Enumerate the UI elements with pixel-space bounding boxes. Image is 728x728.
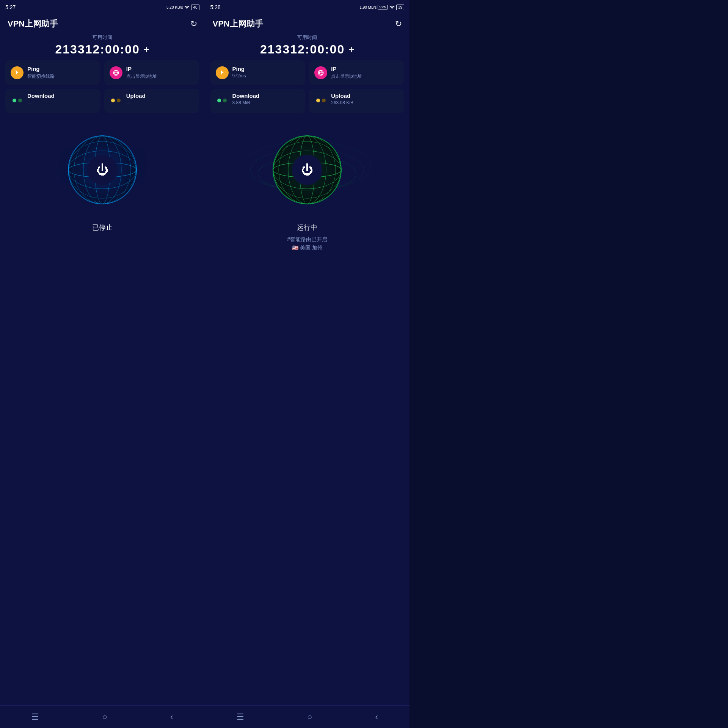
right-refresh-button[interactable]: ↻ [395, 19, 402, 29]
left-stats-grid: Ping 智能切换线路 IP 点击显示ip地址 [0, 60, 205, 117]
right-ping-value: 972ms [232, 73, 300, 78]
right-status-icons: 1.90 MB/s VPN 39 [359, 5, 404, 10]
left-speed: 5.20 KB/s [166, 5, 183, 9]
left-ping-value: 智能切换线路 [27, 73, 95, 80]
left-upload-icon [110, 95, 122, 108]
right-connection-status: 运行中 [297, 223, 317, 232]
left-ip-icon [110, 66, 122, 79]
right-route-info: #智能路由已开启 🇺🇸 美国 加州 [287, 235, 327, 252]
left-menu-button[interactable]: ☰ [31, 712, 39, 722]
left-globe: ⏻ [53, 121, 152, 219]
right-timer-label: 可用时间 [213, 34, 402, 41]
right-timer-section: 可用时间 213312:00:00 + [205, 33, 410, 60]
right-timer-value: 213312:00:00 [260, 42, 345, 56]
left-bottom-nav: ☰ ○ ‹ [0, 705, 205, 728]
left-app-header: VPN上网助手 ↻ [0, 14, 205, 33]
left-phone: 5:27 5.20 KB/s 40 VPN上网助手 ↻ 可用时间 213312:… [0, 0, 205, 728]
right-ip-label: IP [331, 66, 399, 72]
left-timer-section: 可用时间 213312:00:00 + [0, 33, 205, 60]
left-back-button[interactable]: ‹ [170, 712, 173, 722]
right-download-label: Download [232, 93, 300, 99]
right-app-header: VPN上网助手 ↻ [205, 14, 410, 33]
left-status-icons: 5.20 KB/s 40 [166, 5, 199, 10]
right-menu-button[interactable]: ☰ [237, 712, 244, 722]
left-refresh-button[interactable]: ↻ [190, 19, 197, 29]
left-power-icon: ⏻ [96, 163, 108, 177]
left-power-area: ⏻ 已停止 [0, 117, 205, 705]
left-ip-label: IP [126, 66, 194, 72]
right-download-card[interactable]: Download 3.88 MiB [210, 89, 306, 113]
left-ip-card[interactable]: IP 点击显示ip地址 [104, 60, 199, 85]
right-route-line1: #智能路由已开启 [287, 235, 327, 243]
left-time: 5:27 [5, 4, 16, 10]
left-add-time-button[interactable]: + [144, 44, 149, 55]
right-power-area: ⏻ 运行中 #智能路由已开启 🇺🇸 美国 加州 [205, 117, 410, 705]
right-download-icon [216, 95, 229, 108]
right-phone: 5:28 1.90 MB/s VPN 39 VPN上网助手 ↻ 可用时间 213… [205, 0, 410, 728]
right-power-icon: ⏻ [301, 163, 313, 177]
left-download-label: Download [27, 93, 95, 99]
right-back-button[interactable]: ‹ [375, 712, 378, 722]
right-upload-icon [314, 95, 327, 108]
right-bottom-nav: ☰ ○ ‹ [205, 705, 410, 728]
left-upload-label: Upload [126, 93, 194, 99]
right-vpn-badge: VPN [378, 5, 388, 9]
right-ping-card[interactable]: Ping 972ms [210, 60, 306, 85]
right-speed: 1.90 MB/s [359, 5, 377, 9]
right-status-bar: 5:28 1.90 MB/s VPN 39 [205, 0, 410, 14]
left-ping-label: Ping [27, 66, 95, 72]
right-add-time-button[interactable]: + [348, 44, 354, 55]
left-ping-icon [11, 66, 24, 79]
right-ping-label: Ping [232, 66, 300, 72]
right-wifi-icon [389, 5, 395, 10]
left-download-icon [11, 95, 24, 108]
right-ip-value: 点击显示ip地址 [331, 73, 399, 80]
right-upload-card[interactable]: Upload 263.08 KiB [309, 89, 404, 113]
right-time: 5:28 [210, 4, 221, 10]
right-battery: 39 [396, 5, 404, 10]
left-upload-card[interactable]: Upload --- [104, 89, 199, 113]
left-home-button[interactable]: ○ [102, 712, 107, 722]
left-status-bar: 5:27 5.20 KB/s 40 [0, 0, 205, 14]
right-upload-label: Upload [331, 93, 399, 99]
right-ping-icon [216, 66, 229, 79]
left-download-value: --- [27, 100, 95, 105]
right-globe: ⏻ [258, 121, 356, 219]
right-stats-grid: Ping 972ms IP 点击显示ip地址 [205, 60, 410, 117]
right-upload-value: 263.08 KiB [331, 100, 399, 105]
left-upload-value: --- [126, 100, 194, 105]
right-download-value: 3.88 MiB [232, 100, 300, 105]
right-ip-card[interactable]: IP 点击显示ip地址 [309, 60, 404, 85]
right-home-button[interactable]: ○ [307, 712, 312, 722]
left-battery: 40 [191, 5, 199, 10]
right-app-title: VPN上网助手 [213, 18, 263, 30]
left-timer-label: 可用时间 [8, 34, 197, 41]
left-timer-value: 213312:00:00 [55, 42, 140, 56]
left-connection-status: 已停止 [92, 223, 113, 232]
left-ping-card[interactable]: Ping 智能切换线路 [5, 60, 100, 85]
left-ip-value: 点击显示ip地址 [126, 73, 194, 80]
left-app-title: VPN上网助手 [8, 18, 58, 30]
right-route-line2: 🇺🇸 美国 加州 [287, 243, 327, 252]
right-power-button[interactable]: ⏻ [292, 155, 322, 185]
left-download-card[interactable]: Download --- [5, 89, 100, 113]
left-power-button[interactable]: ⏻ [87, 155, 118, 185]
left-wifi-icon [184, 5, 190, 10]
right-ip-icon [314, 66, 327, 79]
